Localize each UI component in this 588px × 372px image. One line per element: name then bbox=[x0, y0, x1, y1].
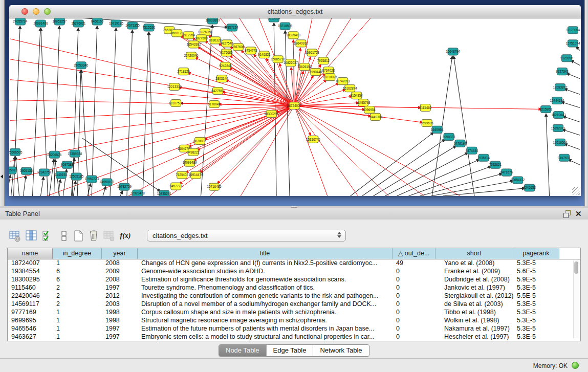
network-node[interactable]: 16648794 bbox=[446, 48, 460, 55]
right-collapse-strip[interactable] bbox=[584, 0, 588, 206]
table-cell[interactable]: Tourette syndrome. Phenomenology and cla… bbox=[138, 284, 393, 292]
table-cell[interactable]: 6 bbox=[53, 276, 102, 284]
table-cell[interactable]: Estimation of significance thresholds fo… bbox=[138, 276, 393, 284]
network-window-titlebar[interactable]: citations_edges.txt bbox=[9, 5, 581, 18]
network-node[interactable]: 8958923 bbox=[443, 133, 455, 140]
network-graph[interactable]: 24055724 20691406 10853257 15276021 6466… bbox=[9, 18, 581, 196]
table-cell[interactable]: Investigating the contribution of common… bbox=[138, 292, 393, 300]
network-node[interactable]: 20691406 bbox=[33, 20, 48, 27]
network-edge[interactable] bbox=[127, 30, 133, 196]
table-cell[interactable]: Embryonic stem cells: a model to study s… bbox=[138, 333, 393, 341]
network-node[interactable]: 8905013 bbox=[9, 167, 17, 174]
network-node[interactable]: 6734028 bbox=[322, 67, 335, 74]
table-cell[interactable]: 1 bbox=[53, 309, 102, 317]
network-node[interactable]: 6479197 bbox=[454, 140, 467, 147]
network-node[interactable]: 5905135 bbox=[20, 167, 33, 174]
network-edge[interactable] bbox=[193, 106, 294, 161]
resize-grip[interactable] bbox=[572, 187, 580, 195]
table-cell[interactable]: 0 bbox=[393, 284, 435, 292]
network-node[interactable]: 16914479 bbox=[189, 171, 203, 179]
network-edge[interactable] bbox=[40, 177, 43, 196]
network-edge[interactable] bbox=[567, 73, 580, 79]
network-edge[interactable] bbox=[563, 116, 580, 122]
table-cell[interactable]: 9115460 bbox=[8, 284, 53, 292]
network-edge[interactable] bbox=[408, 166, 491, 196]
network-node[interactable]: 9227343 bbox=[556, 68, 569, 75]
tab-node-table[interactable]: Node Table bbox=[219, 345, 266, 356]
network-node[interactable]: 22420046 bbox=[184, 52, 199, 59]
network-edge[interactable] bbox=[229, 68, 294, 105]
network-edge[interactable] bbox=[374, 146, 456, 196]
network-node[interactable]: 14671355 bbox=[125, 22, 140, 29]
network-node[interactable]: 18495798 bbox=[356, 99, 371, 106]
tab-network-table[interactable]: Network Table bbox=[313, 345, 368, 356]
network-edge[interactable] bbox=[294, 106, 422, 123]
table-cell[interactable]: Disruption of a novel member of a sodium… bbox=[138, 300, 393, 309]
network-edge[interactable] bbox=[241, 106, 294, 196]
network-node[interactable]: 8186328 bbox=[209, 37, 222, 44]
network-edge[interactable] bbox=[569, 160, 580, 165]
table-cell[interactable]: 1997 bbox=[102, 325, 138, 333]
network-node[interactable]: 7625402 bbox=[176, 171, 188, 179]
network-node[interactable]: 1167531 bbox=[558, 154, 571, 161]
network-node[interactable]: 16543382 bbox=[187, 41, 201, 48]
network-node[interactable]: 19218506 bbox=[278, 23, 292, 30]
network-node[interactable]: 12444194 bbox=[550, 97, 564, 104]
network-node[interactable]: 9457771 bbox=[169, 183, 182, 190]
network-node[interactable]: 16822037 bbox=[284, 59, 298, 67]
tab-edge-table[interactable]: Edge Table bbox=[266, 345, 313, 356]
network-node[interactable]: 17359928 bbox=[68, 150, 82, 157]
network-node[interactable]: 16210643 bbox=[552, 111, 566, 118]
network-node[interactable]: 16961758 bbox=[305, 49, 319, 56]
network-node[interactable]: 9175685 bbox=[220, 49, 233, 56]
table-cell[interactable]: 9777169 bbox=[8, 309, 53, 317]
network-node[interactable]: 12093872 bbox=[553, 84, 568, 91]
network-node[interactable]: 2935114 bbox=[477, 154, 490, 161]
table-cell[interactable]: 18724007 bbox=[8, 259, 53, 268]
network-node[interactable]: 10747093 bbox=[336, 78, 350, 85]
network-edge[interactable] bbox=[294, 106, 328, 196]
table-cell[interactable]: 5.3E-5 bbox=[513, 325, 559, 333]
function-builder-icon[interactable]: f(x) bbox=[119, 229, 132, 243]
network-node[interactable]: 9115460 bbox=[419, 104, 431, 112]
table-cell[interactable]: Nakamura et al. (1997) bbox=[435, 325, 513, 333]
network-node[interactable]: 8096954 bbox=[363, 106, 376, 114]
network-edge[interactable] bbox=[15, 157, 19, 196]
column-header-5[interactable]: short bbox=[435, 248, 513, 259]
table-cell[interactable]: 1997 bbox=[102, 284, 138, 292]
table-cell[interactable]: 2 bbox=[53, 284, 102, 292]
network-node[interactable]: 10835291 bbox=[157, 190, 171, 196]
network-node[interactable]: 1145193 bbox=[55, 171, 67, 179]
table-cell[interactable]: 1 bbox=[53, 317, 102, 325]
network-edge[interactable] bbox=[294, 106, 358, 196]
network-edge[interactable] bbox=[453, 56, 474, 196]
network-edge[interactable] bbox=[103, 187, 105, 196]
network-node[interactable]: 9146821 bbox=[258, 51, 271, 58]
table-cell[interactable]: 0 bbox=[393, 333, 435, 341]
network-edge[interactable] bbox=[73, 181, 76, 196]
network-node[interactable]: 9498222 bbox=[187, 148, 200, 156]
table-cell[interactable]: 9463627 bbox=[8, 333, 53, 341]
network-node[interactable]: 10853257 bbox=[52, 18, 67, 25]
table-cell[interactable]: Corpus callosum shape and size in male p… bbox=[138, 309, 393, 317]
network-node[interactable]: 15276021 bbox=[71, 20, 85, 27]
network-node[interactable]: 7632621 bbox=[489, 161, 502, 168]
network-node[interactable]: 18107534 bbox=[169, 100, 183, 107]
network-edge[interactable] bbox=[562, 129, 580, 135]
new-column-icon[interactable] bbox=[72, 229, 85, 243]
network-node[interactable]: 9097588 bbox=[61, 161, 74, 168]
row-selection-icon[interactable] bbox=[41, 229, 54, 243]
table-cell[interactable]: 2012 bbox=[102, 292, 138, 300]
table-cell[interactable]: 2008 bbox=[102, 259, 138, 268]
network-node[interactable]: 12213319 bbox=[167, 83, 182, 91]
table-cell[interactable]: Franke et al. (2009) bbox=[435, 268, 513, 276]
table-cell[interactable]: 1998 bbox=[102, 309, 138, 317]
left-collapse-strip[interactable] bbox=[0, 0, 5, 206]
network-node[interactable]: 17957223 bbox=[84, 176, 99, 183]
network-node[interactable]: 2718120 bbox=[177, 68, 190, 75]
table-row[interactable]: 1456911722003Disruption of a novel membe… bbox=[8, 300, 580, 309]
table-cell[interactable]: 5.5E-5 bbox=[513, 292, 559, 300]
network-edge[interactable] bbox=[24, 176, 26, 196]
network-window[interactable]: citations_edges.txt 24055724 20691406 10… bbox=[9, 5, 581, 196]
table-cell[interactable]: Wolkin et al. (1998) bbox=[435, 317, 513, 325]
